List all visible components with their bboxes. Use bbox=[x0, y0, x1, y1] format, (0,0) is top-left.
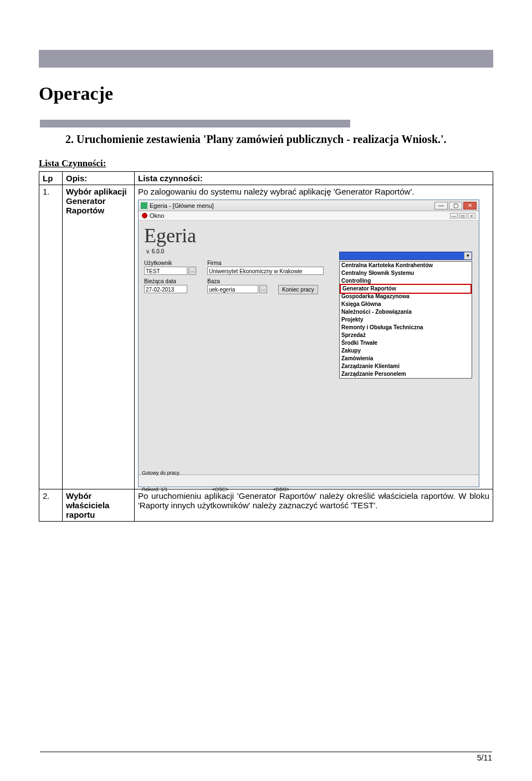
status-osc: <OSC> bbox=[212, 487, 229, 492]
inner-minimize-button[interactable]: — bbox=[450, 213, 458, 218]
th-lista: Lista czynności: bbox=[135, 172, 493, 185]
end-work-button[interactable]: Koniec pracy bbox=[278, 285, 318, 294]
status-bar: Gotowy do pracy. Rekord: 1/1 <OSC> <DBG> bbox=[139, 474, 479, 487]
menu-okno[interactable]: Okno bbox=[150, 212, 164, 219]
lookup-uzytkownik-button[interactable]: … bbox=[188, 267, 196, 275]
titlebar: Egeria - [Główne menu] — ▢ ✕ bbox=[139, 200, 479, 211]
menu-bar: Okno — ▭ × bbox=[139, 211, 479, 221]
close-button[interactable]: ✕ bbox=[463, 202, 477, 210]
label-uzytkownik: Użytkownik bbox=[144, 260, 197, 266]
inner-maximize-button[interactable]: ▭ bbox=[459, 213, 467, 218]
input-firma[interactable]: Uniwersytet Ekonomiczny w Krakowie bbox=[207, 267, 324, 275]
header-bar bbox=[39, 50, 493, 68]
th-opis: Opis: bbox=[63, 172, 135, 185]
dropdown-item[interactable]: Sprzedaż bbox=[340, 331, 472, 339]
dropdown-item[interactable]: Remonty i Obsługa Techniczna bbox=[340, 324, 472, 331]
dropdown-item[interactable]: Centralny Słownik Systemu bbox=[340, 269, 472, 277]
dropdown-item[interactable]: Środki Trwałe bbox=[340, 339, 472, 347]
page-title: Operacje bbox=[39, 83, 493, 104]
section-bar bbox=[40, 120, 350, 127]
module-select[interactable]: ▾ bbox=[339, 252, 472, 260]
app-logo: Egeria bbox=[144, 224, 196, 247]
minimize-button[interactable]: — bbox=[434, 202, 448, 210]
dropdown-item[interactable]: Centralna Kartoteka Kontrahentów bbox=[340, 262, 472, 269]
input-baza[interactable]: uek-egeria bbox=[207, 285, 258, 293]
cell-detail: Po zalogowaniu do systemu należy wybrać … bbox=[135, 185, 493, 489]
dropdown-item-generator-raportow[interactable]: Generator Raportów bbox=[340, 284, 472, 294]
table-row: 2. Wybór właściciela raportu Po uruchomi… bbox=[39, 489, 493, 522]
label-data: Bieżąca data bbox=[144, 278, 197, 284]
status-ready: Gotowy do pracy. bbox=[142, 470, 180, 476]
lookup-baza-button[interactable]: … bbox=[259, 285, 267, 293]
th-lp: Lp bbox=[39, 172, 63, 185]
dropdown-item[interactable]: Księga Główna bbox=[340, 300, 472, 308]
page-number: 5/11 bbox=[477, 753, 492, 762]
page-footer: 5/11 bbox=[40, 752, 492, 762]
status-dbg: <DBG> bbox=[273, 487, 290, 492]
dropdown-item[interactable]: Zamówienia bbox=[340, 355, 472, 363]
cell-opis: Wybór aplikacji Generator Raportów bbox=[63, 185, 135, 489]
list-label: Lista Czynności: bbox=[39, 158, 493, 169]
label-baza: Baza bbox=[207, 278, 268, 284]
section-heading: 2. Uruchomienie zestawienia 'Plany zamów… bbox=[65, 132, 493, 147]
cell-opis: Wybór właściciela raportu bbox=[63, 489, 135, 522]
cell-lp: 2. bbox=[39, 489, 63, 522]
dropdown-item[interactable]: Zarządzanie Personelem bbox=[340, 370, 472, 378]
label-firma: Firma bbox=[207, 260, 324, 266]
app-window: Egeria - [Główne menu] — ▢ ✕ Okno — bbox=[138, 200, 479, 487]
cell-lp: 1. bbox=[39, 185, 63, 489]
status-record: Rekord: 1/1 bbox=[142, 487, 168, 492]
app-icon bbox=[141, 202, 147, 209]
dropdown-item[interactable]: Projekty bbox=[340, 316, 472, 324]
dropdown-item[interactable]: Zakupy bbox=[340, 347, 472, 355]
app-body: Egeria v. 6.0.0 Użytkownik TEST … bbox=[139, 221, 479, 487]
dropdown-item[interactable]: Należności - Zobowiązania bbox=[340, 308, 472, 316]
table-row: 1. Wybór aplikacji Generator Raportów Po… bbox=[39, 185, 493, 489]
step-description: Po zalogowaniu do systemu należy wybrać … bbox=[138, 187, 489, 196]
module-dropdown: Centralna Kartoteka Kontrahentów Central… bbox=[339, 261, 472, 379]
inner-close-button[interactable]: × bbox=[468, 213, 475, 218]
input-uzytkownik[interactable]: TEST bbox=[144, 267, 187, 275]
window-title: Egeria - [Główne menu] bbox=[150, 202, 214, 209]
dropdown-item[interactable]: Zarządzanie Klientami bbox=[340, 363, 472, 370]
maximize-button[interactable]: ▢ bbox=[449, 202, 462, 210]
input-data[interactable]: 27-02-2013 bbox=[144, 285, 187, 293]
chevron-down-icon[interactable]: ▾ bbox=[464, 252, 472, 259]
dropdown-item[interactable]: Gospodarka Magazynowa bbox=[340, 293, 472, 300]
step-description: Po uruchomieniu aplikacji 'Generator Rap… bbox=[135, 489, 493, 522]
steps-table: Lp Opis: Lista czynności: 1. Wybór aplik… bbox=[39, 171, 493, 522]
record-icon bbox=[142, 213, 147, 218]
